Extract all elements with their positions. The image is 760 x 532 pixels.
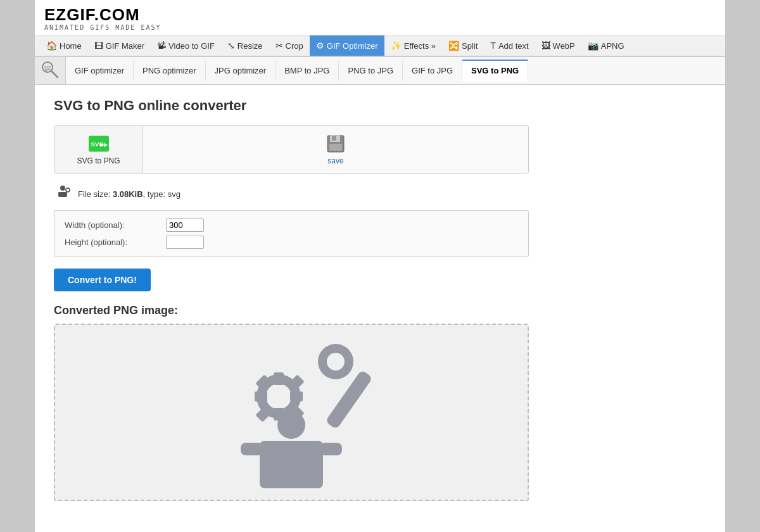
nav-resize-label: Resize: [238, 41, 263, 51]
file-info-text: File size: 3.08KiB, type: svg: [78, 189, 180, 199]
save-label: save: [327, 156, 343, 165]
main-content: SVG to PNG online converter SVG ▶▶ SVG t…: [35, 85, 725, 514]
nav-add-text[interactable]: T Add text: [484, 35, 535, 56]
apng-icon: 📷: [588, 41, 598, 51]
svg-to-png-button[interactable]: SVG ▶▶ SVG to PNG: [54, 126, 143, 173]
nav-apng[interactable]: 📷 APNG: [581, 35, 631, 56]
nav-webp-label: WebP: [553, 41, 575, 51]
svg-rect-19: [274, 372, 284, 385]
save-icon: [326, 134, 346, 154]
svg-png-arrow-icon: SVG ▶▶: [89, 135, 109, 153]
width-input[interactable]: [166, 218, 204, 232]
nav-effects-label: Effects »: [404, 41, 436, 51]
file-size: 3.08KiB: [113, 189, 143, 199]
svg-rect-22: [290, 391, 303, 402]
svg-rect-8: [332, 136, 336, 141]
tab-bmp-to-jpg[interactable]: BMP to JPG: [276, 61, 339, 80]
options-box: Width (optional): Height (optional):: [54, 210, 529, 257]
resize-icon: ⤡: [227, 41, 235, 51]
tab-jpg-optimizer[interactable]: JPG optimizer: [206, 61, 276, 80]
file-settings-icon: [54, 185, 72, 203]
nav-split[interactable]: 🔀 Split: [442, 35, 484, 56]
file-info-area: File size: 3.08KiB, type: svg: [54, 185, 706, 203]
height-option-row: Height (optional):: [65, 236, 518, 249]
height-input[interactable]: [166, 236, 204, 249]
nav-crop[interactable]: ✂ Crop: [269, 35, 310, 56]
sub-nav-logo: gz: [35, 57, 66, 84]
header: EZGIF.COM ANIMATED GIFS MADE EASY: [35, 0, 725, 35]
logo-subtext: ANIMATED GIFS MADE EASY: [44, 24, 716, 31]
svg-rect-9: [329, 144, 342, 151]
floppy-disk-icon: [327, 135, 345, 153]
convert-button-label: Convert to PNG!: [68, 275, 137, 285]
nav-home-label: Home: [60, 41, 82, 51]
logo-text: EZGIF.COM: [44, 5, 140, 24]
svg-to-png-label: SVG to PNG: [77, 156, 120, 165]
webp-icon: 🖼: [542, 41, 550, 51]
svg-text:gz: gz: [44, 64, 51, 71]
nav-gif-maker[interactable]: 🎞 GIF Maker: [88, 35, 151, 56]
svg-rect-32: [241, 443, 263, 455]
svg-point-30: [277, 411, 305, 439]
sub-nav: gz GIF optimizer PNG optimizer JPG optim…: [35, 57, 725, 85]
nav-add-text-label: Add text: [498, 41, 529, 51]
nav-bar: 🏠 Home 🎞 GIF Maker 📽 Video to GIF ⤡ Resi…: [35, 35, 725, 57]
file-type-suffix: , type: svg: [143, 189, 180, 199]
svg-rect-31: [260, 441, 323, 488]
convert-button[interactable]: Convert to PNG!: [54, 269, 151, 291]
action-buttons: SVG ▶▶ SVG to PNG save: [54, 125, 529, 174]
nav-gif-optimizer[interactable]: ⚙ GIF Optimizer: [310, 35, 384, 56]
svg-png-icon: SVG ▶▶: [89, 134, 109, 154]
logo: EZGIF.COM: [44, 6, 716, 23]
tab-png-optimizer[interactable]: PNG optimizer: [134, 61, 206, 80]
gif-maker-icon: 🎞: [94, 41, 103, 51]
nav-apng-label: APNG: [601, 41, 624, 51]
nav-video-to-gif-label: Video to GIF: [168, 41, 215, 51]
page-title: SVG to PNG online converter: [54, 98, 706, 114]
nav-home[interactable]: 🏠 Home: [40, 35, 88, 56]
width-option-row: Width (optional):: [65, 218, 518, 232]
svg-rect-21: [255, 391, 267, 402]
svg-rect-11: [58, 192, 67, 197]
split-icon: 🔀: [448, 41, 459, 51]
nav-gif-optimizer-label: GIF Optimizer: [327, 41, 378, 51]
converted-image-box: [54, 324, 529, 501]
nav-resize[interactable]: ⤡ Resize: [221, 35, 269, 56]
svg-point-18: [266, 384, 291, 409]
nav-split-label: Split: [462, 41, 478, 51]
save-button[interactable]: save: [143, 126, 528, 173]
sub-nav-logo-icon: gz: [41, 61, 59, 79]
svg-rect-33: [320, 443, 342, 455]
width-label: Width (optional):: [65, 220, 166, 230]
gear-person-icon: [54, 185, 72, 199]
tab-svg-to-png[interactable]: SVG to PNG: [462, 60, 528, 82]
home-icon: 🏠: [46, 41, 57, 51]
svg-point-28: [327, 353, 345, 370]
effects-icon: ✨: [391, 41, 402, 51]
tab-gif-optimizer[interactable]: GIF optimizer: [66, 61, 134, 80]
height-label: Height (optional):: [65, 238, 166, 247]
converted-section-label: Converted PNG image:: [54, 304, 706, 317]
nav-video-to-gif[interactable]: 📽 Video to GIF: [151, 35, 221, 56]
add-text-icon: T: [490, 41, 496, 51]
nav-gif-maker-label: GIF Maker: [106, 41, 144, 51]
tools-preview-image: [190, 327, 393, 498]
video-icon: 📽: [157, 41, 166, 51]
crop-icon: ✂: [276, 41, 283, 51]
svg-text:▶▶: ▶▶: [99, 142, 108, 148]
nav-effects[interactable]: ✨ Effects »: [384, 35, 442, 56]
tab-gif-to-jpg[interactable]: GIF to JPG: [403, 61, 462, 80]
nav-webp[interactable]: 🖼 WebP: [535, 35, 581, 56]
svg-line-1: [51, 71, 58, 77]
tab-png-to-jpg[interactable]: PNG to JPG: [339, 61, 403, 80]
gif-optimizer-icon: ⚙: [316, 41, 324, 51]
file-size-prefix: File size:: [78, 189, 113, 199]
svg-point-10: [60, 186, 65, 191]
nav-crop-label: Crop: [286, 41, 303, 51]
